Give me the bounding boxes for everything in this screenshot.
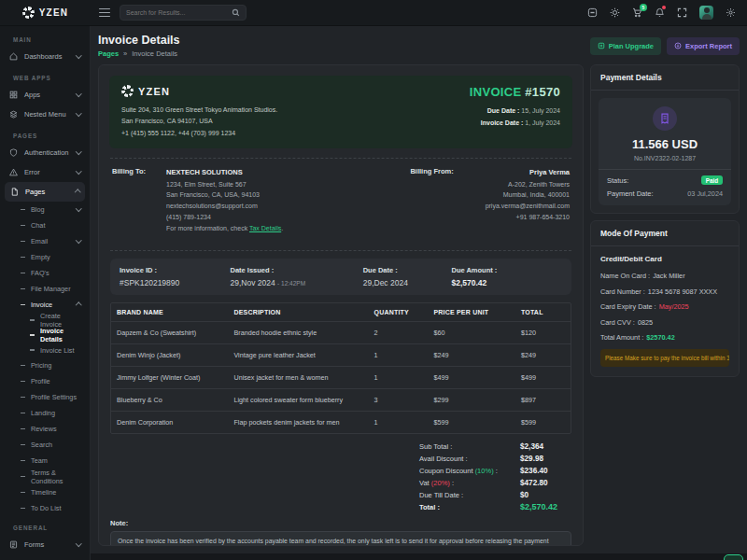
invoice-company-address: Suite 204, 310 Green Street Tokyo Animat… xyxy=(121,105,277,139)
sidebar-item-empty[interactable]: Empty xyxy=(0,249,90,265)
export-report-button[interactable]: Export Report xyxy=(667,37,740,55)
search-input[interactable] xyxy=(126,9,232,16)
gear-icon[interactable] xyxy=(726,7,736,18)
billing-to: Billing To: NEXTECH SOLUTIONS 1234, Elm … xyxy=(112,167,283,234)
sidebar-item-invoice-details[interactable]: Invoice Details xyxy=(0,328,90,343)
sidebar-item-forms[interactable]: Forms xyxy=(0,535,90,554)
dash-icon xyxy=(30,319,35,320)
tax-details-link[interactable]: Tax Details xyxy=(249,225,281,231)
flag-icon[interactable] xyxy=(587,7,598,18)
sidebar-item-terms[interactable]: Terms & Conditions xyxy=(0,469,90,484)
note-textarea[interactable]: Once the invoice has been verified by th… xyxy=(110,531,571,546)
sidebar-item-authentication[interactable]: Authentication xyxy=(0,143,90,162)
card-expiry-row: Card Expiry Date :May/2025 xyxy=(600,302,729,311)
invoice-dates: Due Date : 15, July 2024 Invoice Date : … xyxy=(470,105,560,129)
sidebar-item-chat[interactable]: Chat xyxy=(0,217,90,233)
note-label: Note: xyxy=(110,519,571,527)
hamburger-icon[interactable] xyxy=(99,8,110,17)
subtotal-row: Sub Total : $2,364 xyxy=(110,441,571,453)
plan-upgrade-button[interactable]: Plan Upgrade xyxy=(590,37,661,55)
payment-details-title: Payment Details xyxy=(591,65,739,91)
sidebar-item-pricing[interactable]: Pricing xyxy=(0,357,90,373)
divider xyxy=(110,250,571,251)
sidebar-item-team[interactable]: Team xyxy=(0,453,90,469)
dash-icon xyxy=(21,288,25,289)
sidebar-item-dashboards[interactable]: Dashboards xyxy=(0,47,90,66)
search-icon[interactable] xyxy=(232,8,240,17)
cart-icon[interactable]: 5 xyxy=(632,7,642,18)
invoice-card: YZEN Suite 204, 310 Green Street Tokyo A… xyxy=(98,64,584,546)
sidebar-item-landing[interactable]: Landing xyxy=(0,405,90,421)
cart-badge: 5 xyxy=(640,4,647,11)
sidebar-item-profile-settings[interactable]: Profile Settings xyxy=(0,389,90,405)
sun-icon[interactable] xyxy=(610,7,620,18)
table-header-row: BRAND NAME DESCRIPTION QUANTITY PRICE PE… xyxy=(111,303,571,322)
dash-icon xyxy=(30,334,35,335)
chevron-down-icon xyxy=(76,148,81,154)
chevron-down-icon xyxy=(76,205,81,211)
page-header: Invoice Details Pages » Invoice Details … xyxy=(91,26,747,64)
sidebar-item-apps[interactable]: Apps xyxy=(0,85,90,105)
card-number-row: Card Number :1234 5678 9087 XXXX xyxy=(600,287,729,296)
search-box[interactable] xyxy=(120,5,247,21)
sidebar-item-file-manager[interactable]: File Manager xyxy=(0,281,90,297)
card-total-row: Total Amount :$2570.42 xyxy=(600,333,729,342)
card-name-row: Name On Card :Jack Miller xyxy=(600,272,729,280)
items-table: BRAND NAME DESCRIPTION QUANTITY PRICE PE… xyxy=(110,302,571,434)
receipt-icon xyxy=(653,106,677,131)
note-section: Note: Once the invoice has been verified… xyxy=(110,519,571,546)
sidebar-item-search[interactable]: Search xyxy=(0,437,90,453)
scroll-top-button[interactable] xyxy=(724,554,743,560)
sidebar-item-blog[interactable]: Blog xyxy=(0,202,90,217)
payment-method: Credit/Debit Card xyxy=(600,255,729,263)
dash-icon xyxy=(21,476,25,477)
dash-icon xyxy=(21,241,25,242)
invoice-meta-strip: Invoice ID : #SPK120219890 Date Issued :… xyxy=(110,259,571,295)
sidebar-item-timeline[interactable]: Timeline xyxy=(0,484,90,500)
alert-icon xyxy=(9,168,18,176)
bell-icon[interactable] xyxy=(655,7,665,18)
sidebar-item-reviews[interactable]: Reviews xyxy=(0,421,90,437)
shield-icon xyxy=(9,148,18,157)
app-root: YZEN 5 xyxy=(0,0,747,560)
sidebar-item-profile[interactable]: Profile xyxy=(0,373,90,389)
dash-icon xyxy=(21,492,25,493)
dash-icon xyxy=(21,413,25,413)
yzen-logo-text: YZEN xyxy=(39,7,68,18)
sidebar-item-email[interactable]: Email xyxy=(0,233,90,249)
sidebar-item-invoice[interactable]: Invoice xyxy=(0,297,90,313)
sidebar-item-faqs[interactable]: FAQ's xyxy=(0,265,90,281)
avail-discount-row: Avail Discount : $29.98 xyxy=(110,453,571,465)
billing-to-name: NEXTECH SOLUTIONS xyxy=(166,167,283,179)
fullscreen-icon[interactable] xyxy=(677,7,687,18)
brand-logo[interactable]: YZEN xyxy=(0,7,91,19)
mode-of-payment-card: Mode Of Payment Credit/Debit Card Name O… xyxy=(590,220,740,377)
form-icon xyxy=(9,540,18,549)
invoice-number: #1570 xyxy=(525,85,560,99)
breadcrumb-current: Invoice Details xyxy=(132,49,177,58)
sidebar-item-ui-elements[interactable]: UI Elements xyxy=(0,554,90,560)
chevron-down-icon xyxy=(76,540,81,546)
breadcrumb-pages-link[interactable]: Pages xyxy=(98,49,119,58)
sidebar-item-invoice-list[interactable]: Invoice List xyxy=(0,343,90,357)
billing-from-name: Priya Verma xyxy=(486,167,570,179)
sidebar-item-create-invoice[interactable]: Create Invoice xyxy=(0,313,90,328)
grand-total-row: Total : $2,570.42 xyxy=(110,501,571,513)
vat-row: Vat (20%) : $472.80 xyxy=(110,477,571,489)
main-content: Invoice Details Pages » Invoice Details … xyxy=(91,26,747,560)
sidebar-item-pages[interactable]: Pages xyxy=(5,182,85,202)
sidebar-item-todo[interactable]: To Do List xyxy=(0,500,90,516)
chevron-down-icon xyxy=(76,168,81,174)
chevron-down-icon xyxy=(76,91,81,96)
avatar[interactable] xyxy=(699,6,713,20)
breadcrumb-separator: » xyxy=(123,49,127,58)
sidebar-item-error[interactable]: Error xyxy=(0,162,90,182)
page-title: Invoice Details xyxy=(98,34,180,47)
square-icon xyxy=(598,42,605,49)
payment-status-row: Status: Paid xyxy=(607,174,723,187)
payment-summary-box: 11.566 USD No.INV2322-02-1287 Status: Pa… xyxy=(599,98,731,205)
dash-icon xyxy=(21,444,25,445)
dash-icon xyxy=(21,273,25,273)
sidebar-item-nested-menu[interactable]: Nested Menu xyxy=(0,105,90,124)
meta-invoice-id: Invoice ID : #SPK120219890 xyxy=(120,266,231,287)
